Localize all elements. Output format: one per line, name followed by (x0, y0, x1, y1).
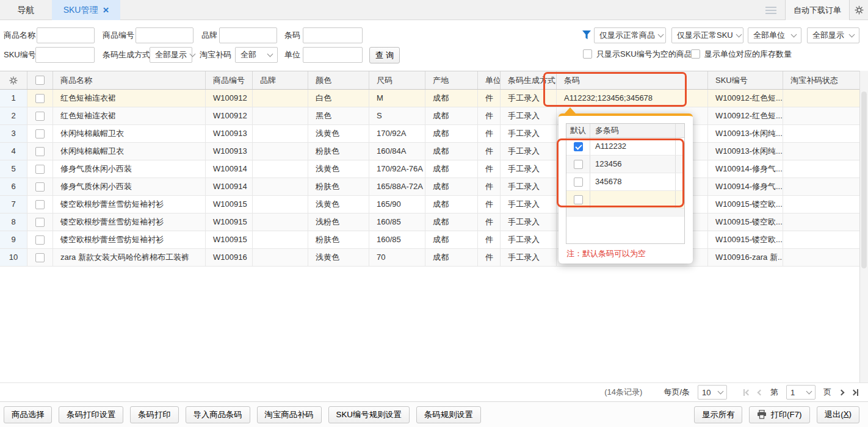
taobao-dropdown[interactable]: 全部 (235, 47, 278, 63)
row-checkbox[interactable] (35, 94, 45, 103)
close-tab-icon[interactable]: × (103, 6, 109, 15)
first-page-button[interactable] (743, 389, 750, 396)
table-row[interactable]: 1 红色短袖连衣裙 W100912 白色 M 成都 件 手工录入 A112232… (0, 90, 859, 107)
exit-label-post: ) (849, 409, 852, 420)
all-display-dropdown[interactable]: 全部显示 (807, 27, 859, 43)
last-page-button[interactable] (852, 389, 858, 396)
table-row[interactable]: 4 休闲纯棉戴帽卫衣 W100913 粉肤色 160/84A 成都 件 手工录入… (0, 143, 859, 160)
barcode-rule-settings-button[interactable]: 条码规则设置 (416, 406, 481, 423)
print-button[interactable]: 打印(F7) (749, 406, 809, 423)
barcode-value[interactable]: A112232 (590, 138, 675, 155)
product-code-input[interactable] (136, 27, 193, 43)
column-header-taobao-status[interactable]: 淘宝补码状态 (783, 71, 859, 89)
list-icon[interactable] (765, 7, 776, 14)
cell-unit: 件 (478, 90, 501, 107)
prev-page-button[interactable] (758, 390, 762, 395)
show-stock-checkbox[interactable] (691, 49, 700, 59)
barcode-value[interactable] (590, 191, 675, 208)
product-select-button[interactable]: 商品选择 (4, 406, 52, 423)
sku-code-input[interactable] (35, 47, 95, 63)
cell-size: 160/85 (369, 214, 425, 231)
taobao-barcode-button[interactable]: 淘宝商品补码 (257, 406, 322, 423)
column-header-product-code[interactable]: 商品编号 (206, 71, 253, 89)
all-units-dropdown-value: 全部单位 (753, 30, 785, 41)
barcode-value[interactable]: 123456 (590, 156, 675, 173)
barcode-value[interactable]: 345678 (590, 173, 675, 190)
column-header-brand[interactable]: 品牌 (253, 71, 308, 89)
vertical-scrollbar[interactable] (859, 71, 868, 382)
exit-button[interactable]: 退出(X) (817, 406, 859, 423)
per-page-dropdown[interactable]: 10 (698, 385, 727, 400)
column-header-color[interactable]: 颜色 (308, 71, 369, 89)
row-checkbox[interactable] (35, 200, 45, 209)
barcode-print-settings-button[interactable]: 条码打印设置 (59, 406, 123, 423)
select-all-checkbox[interactable] (35, 76, 45, 85)
column-header-barcode-gen[interactable]: 条码生成方式 (501, 71, 557, 89)
row-number: 10 (0, 249, 27, 266)
column-header-product-name[interactable]: 商品名称 (53, 71, 206, 89)
row-checkbox[interactable] (35, 165, 45, 174)
column-header-unit[interactable]: 单位 (478, 71, 501, 89)
all-units-dropdown[interactable]: 全部单位 (748, 27, 801, 43)
popup-barcode-row[interactable] (566, 191, 684, 209)
tab-navigation[interactable]: 导航 (0, 0, 52, 20)
barcode-print-button[interactable]: 条码打印 (130, 406, 178, 423)
row-checkbox[interactable] (35, 182, 45, 192)
sku-empty-checkbox[interactable] (583, 49, 592, 59)
table-row[interactable]: 9 镂空欧根纱蕾丝雪纺短袖衬衫 W100915 粉肤色 160/85 成都 件 … (0, 231, 859, 249)
default-checkbox[interactable] (574, 195, 583, 204)
sku-rule-settings-button[interactable]: SKU编号规则设置 (328, 406, 410, 423)
scrollbar-thumb[interactable] (861, 92, 867, 268)
popup-barcode-row[interactable]: 345678 (566, 173, 684, 191)
table-row[interactable]: 7 镂空欧根纱蕾丝雪纺短袖衬衫 W100915 浅黄色 165/90 成都 件 … (0, 196, 859, 214)
row-checkbox[interactable] (35, 147, 45, 156)
table-row[interactable]: 3 休闲纯棉戴帽卫衣 W100913 浅黄色 170/92A 成都 件 手工录入… (0, 125, 859, 143)
normal-product-dropdown[interactable]: 仅显示正常商品 (594, 27, 666, 43)
show-all-button[interactable]: 显示所有 (694, 406, 742, 423)
row-number: 5 (0, 160, 27, 178)
row-checkbox[interactable] (35, 253, 45, 262)
cell-sku: W100914-修身气... (708, 178, 783, 195)
cell-barcode[interactable]: A112232;123456;345678 (557, 90, 708, 107)
table-row[interactable]: 6 修身气质休闲小西装 W100914 粉肤色 165/88A-72A 成都 件… (0, 178, 859, 196)
page-number-dropdown[interactable]: 1 (786, 385, 816, 400)
row-number: 3 (0, 125, 27, 142)
sku-management-screen: 导航 SKU管理 × 自动下载订单 商品名称 商品编号 品牌 条码 仅显示正常商… (0, 0, 868, 427)
cell-size: 165/90 (369, 196, 425, 213)
cell-origin: 成都 (425, 107, 478, 124)
table-row[interactable]: 10 zara 新款女装大码哈伦裤棉布工装裤 W100916 浅黄色 70 成都… (0, 249, 859, 267)
barcode-input[interactable] (303, 27, 363, 43)
default-checkbox[interactable] (574, 142, 583, 151)
table-row[interactable]: 2 红色短袖连衣裙 W100912 黑色 S 成都 件 手工录入 W100912… (0, 107, 859, 125)
popup-barcode-row[interactable]: A112232 (566, 138, 684, 156)
cell-taobao-status (783, 90, 859, 107)
default-checkbox[interactable] (574, 160, 583, 169)
popup-barcode-table: 默认 多条码 A112232 123456 345678 (566, 123, 685, 244)
normal-sku-dropdown[interactable]: 仅显示正常SKU (671, 27, 743, 43)
barcode-gen-dropdown[interactable]: 全部显示 (150, 47, 192, 63)
column-settings-gear-icon[interactable] (0, 71, 27, 89)
next-page-button[interactable] (839, 390, 844, 395)
default-checkbox[interactable] (574, 178, 583, 187)
column-header-origin[interactable]: 产地 (425, 71, 478, 89)
popup-barcode-row[interactable]: 123456 (566, 156, 684, 173)
table-row[interactable]: 5 修身气质休闲小西装 W100914 浅黄色 170/92A-76A 成都 件… (0, 160, 859, 178)
product-name-input[interactable] (37, 27, 95, 43)
row-checkbox[interactable] (35, 218, 45, 227)
auto-download-orders-button[interactable]: 自动下载订单 (785, 0, 850, 20)
row-checkbox[interactable] (35, 112, 45, 121)
table-row[interactable]: 8 镂空欧根纱蕾丝雪纺短袖衬衫 W100915 浅粉色 160/85 成都 件 … (0, 214, 859, 231)
search-button[interactable]: 查 询 (369, 47, 400, 63)
cell-color: 黑色 (308, 107, 369, 124)
row-checkbox[interactable] (35, 129, 45, 138)
column-header-size[interactable]: 尺码 (369, 71, 425, 89)
unit-input[interactable] (303, 47, 363, 63)
column-header-barcode[interactable]: 条码 (557, 71, 708, 89)
import-barcode-button[interactable]: 导入商品条码 (186, 406, 250, 423)
cell-origin: 成都 (425, 125, 478, 142)
brand-input[interactable] (219, 27, 277, 43)
tab-sku-management[interactable]: SKU管理 × (52, 0, 120, 20)
column-header-sku[interactable]: SKU编号 (708, 71, 783, 89)
row-checkbox[interactable] (35, 235, 45, 245)
settings-gear-icon[interactable] (850, 0, 868, 20)
